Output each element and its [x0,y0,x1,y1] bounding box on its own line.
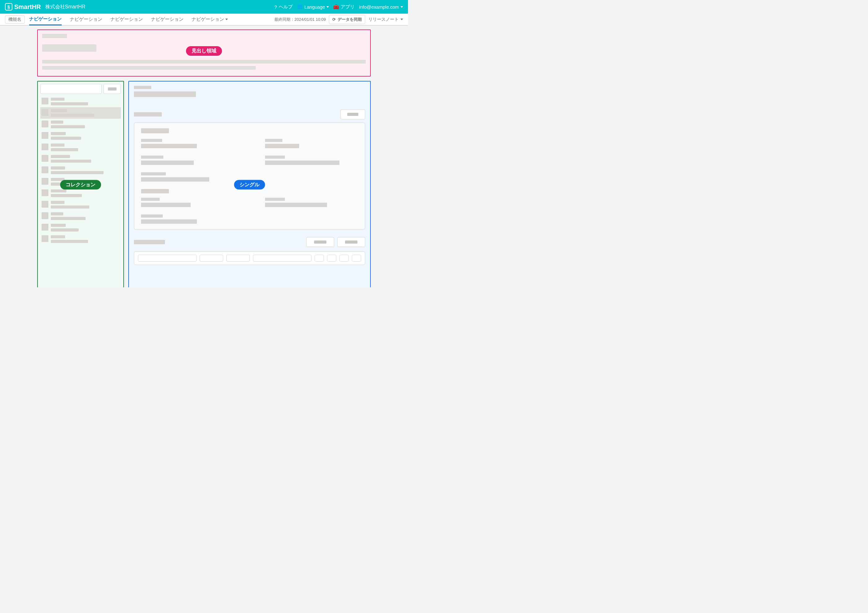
field-value [141,220,197,224]
toolbar-icon-button[interactable] [315,255,324,262]
list-item[interactable] [40,96,121,107]
list-item-subtitle [51,240,88,243]
list-item-title [51,166,65,170]
thumbnail-icon [42,155,48,162]
chevron-down-icon [400,6,403,8]
list-item-subtitle [51,206,89,209]
thumbnail-icon [42,121,48,127]
action-button[interactable] [306,237,334,247]
list-item-title [51,201,65,204]
help-link[interactable]: ? ヘルプ [274,4,292,10]
toolbar-input[interactable] [138,255,197,262]
field-label [265,139,282,142]
toolbar-button[interactable] [226,255,250,262]
description-line [42,60,366,63]
chevron-down-icon [400,19,403,20]
list-item-title [51,235,65,238]
list-item-title [51,144,65,147]
field-label [141,214,163,218]
section-label [134,240,165,244]
page-title-placeholder [42,44,96,52]
list-item-title [51,121,63,124]
list-item[interactable] [40,164,121,176]
search-input[interactable] [40,84,102,94]
field-value [265,144,299,148]
search-button[interactable] [104,84,121,94]
apps-menu[interactable]: 🧰 アプリ [333,4,355,10]
toolbar-icon-button[interactable] [327,255,336,262]
list-item-title [51,109,67,112]
field [141,172,234,182]
section-label [134,112,162,116]
thumbnail-icon [42,212,48,219]
list-item-subtitle [51,114,94,117]
toolbar-button[interactable] [200,255,223,262]
last-sync-label: 最終同期：2024/01/01 10:09 [274,17,326,22]
thumbnail-icon [42,201,48,207]
list-item-title [51,98,65,101]
breadcrumb-placeholder [42,34,67,38]
field-label [141,156,163,159]
single-breadcrumb [134,86,151,89]
region-badge-heading: 見出し領域 [186,46,222,56]
nav-tab[interactable]: ナビゲーション [192,14,228,25]
chevron-down-icon [225,19,228,20]
list-item-subtitle [51,228,79,232]
list-item-subtitle [51,194,82,197]
list-item[interactable] [40,211,121,222]
field-label [141,198,160,201]
thumbnail-icon [42,224,48,231]
account-menu[interactable]: info@example.com [359,4,403,9]
list-item[interactable] [40,107,121,119]
globe-icon: 🌐 [297,4,303,9]
product-logo[interactable]: § SmartHR [5,3,41,11]
list-item-title [51,189,66,192]
nav-tab[interactable]: ナビゲーション [110,14,143,25]
toolbar-icon-button[interactable] [352,255,361,262]
release-notes-menu[interactable]: リリースノート [368,17,403,22]
list-item[interactable] [40,233,121,245]
list-item-title [51,132,66,135]
field-label [141,172,166,175]
function-badge: 機能名 [5,15,25,23]
toolbar-input[interactable] [253,255,312,262]
help-icon: ? [274,4,277,9]
toolbar-icon-button[interactable] [339,255,349,262]
thumbnail-icon [42,166,48,173]
section-action-button[interactable] [340,109,365,119]
list-item[interactable] [40,130,121,142]
nav-tab[interactable]: ナビゲーション [29,14,62,25]
field-value [141,161,194,165]
single-region: シングル [128,81,371,287]
list-item-title [51,224,66,227]
single-title [134,91,196,97]
refresh-icon: ⟳ [332,17,336,22]
tenant-name: 株式会社SmartHR [45,4,85,10]
description-line [42,66,256,70]
field [141,214,234,224]
list-item[interactable] [40,153,121,164]
list-item-subtitle [51,102,88,105]
nav-tab[interactable]: ナビゲーション [151,14,183,25]
field-value [141,144,197,148]
region-badge-collection: コレクション [60,180,101,190]
list-item[interactable] [40,222,121,233]
local-nav: 機能名 ナビゲーションナビゲーションナビゲーションナビゲーションナビゲーション … [0,14,408,25]
list-item[interactable] [40,199,121,211]
list-item-subtitle [51,148,78,151]
card-title [141,128,169,133]
field [141,198,234,207]
nav-tab[interactable]: ナビゲーション [70,14,102,25]
sync-button[interactable]: ⟳ データを同期 [329,15,365,24]
chevron-down-icon [326,6,329,8]
logo-mark-icon: § [5,3,12,11]
list-item[interactable] [40,119,121,130]
field-label [265,156,285,159]
list-item-title [51,155,70,158]
list-item[interactable] [40,142,121,153]
action-button[interactable] [337,237,365,247]
field-value [265,203,327,207]
thumbnail-icon [42,178,48,185]
language-menu[interactable]: 🌐 Language [297,4,329,9]
thumbnail-icon [42,109,48,116]
